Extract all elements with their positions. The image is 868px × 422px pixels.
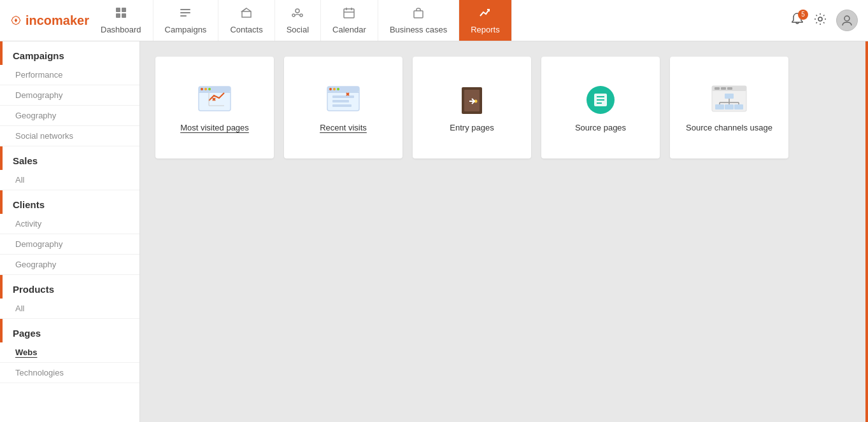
nav-item-reports[interactable]: Reports (459, 0, 512, 41)
entry-pages-icon (452, 83, 492, 116)
svg-rect-29 (327, 92, 359, 93)
sidebar-item-campaigns-performance[interactable]: Performance (0, 65, 139, 85)
report-cards-grid: Most visited pages (155, 57, 853, 158)
svg-point-8 (292, 14, 295, 17)
svg-rect-59 (725, 104, 734, 109)
nav-reports-label: Reports (471, 25, 500, 34)
top-navigation: incomaker Dashboard (0, 0, 868, 41)
svg-rect-5 (180, 12, 190, 13)
nav-contacts-label: Contacts (230, 25, 262, 34)
recent-visits-label: Recent visits (320, 123, 367, 132)
svg-rect-52 (725, 94, 734, 99)
svg-point-15 (818, 17, 822, 21)
nav-business-cases-label: Business cases (390, 25, 447, 34)
user-avatar[interactable] (836, 10, 858, 31)
sidebar-item-pages-webs[interactable]: Webs (0, 342, 139, 363)
svg-point-20 (201, 88, 203, 90)
sidebar-section-campaigns: Campaigns (0, 41, 139, 65)
sidebar-item-pages-technologies[interactable]: Technologies (0, 363, 139, 383)
logo-text: incomaker (25, 13, 89, 28)
logo-area[interactable]: incomaker (0, 11, 89, 30)
nav-item-dashboard[interactable]: Dashboard (89, 0, 153, 41)
contacts-icon (240, 6, 253, 22)
svg-point-32 (337, 88, 339, 90)
recent-visits-icon (323, 83, 364, 116)
svg-point-7 (295, 9, 299, 13)
gear-icon (813, 12, 827, 26)
avatar-icon (841, 14, 853, 27)
report-card-source-channels[interactable]: Source channels usage (670, 57, 788, 158)
svg-rect-35 (332, 104, 352, 107)
svg-rect-19 (199, 92, 231, 93)
svg-rect-0 (116, 8, 120, 12)
svg-point-22 (208, 88, 211, 90)
sidebar-item-clients-demography[interactable]: Demography (0, 234, 139, 255)
svg-rect-6 (180, 15, 187, 17)
nav-dashboard-label: Dashboard (101, 25, 141, 34)
campaigns-icon (179, 6, 192, 22)
svg-rect-60 (734, 104, 743, 109)
orange-accent-bar (865, 41, 868, 422)
sidebar-item-products-all[interactable]: All (0, 299, 139, 319)
nav-calendar-label: Calendar (332, 25, 366, 34)
nav-item-calendar[interactable]: Calendar (321, 0, 378, 41)
content-area: Most visited pages (140, 41, 868, 422)
nav-campaigns-label: Campaigns (165, 25, 207, 34)
sidebar-section-products: Products (0, 275, 139, 299)
nav-social-label: Social (287, 25, 309, 34)
most-visited-label: Most visited pages (180, 123, 249, 132)
notifications-button[interactable]: 5 (790, 12, 804, 29)
svg-rect-14 (414, 11, 423, 18)
nav-right-actions: 5 (790, 10, 868, 31)
svg-rect-49 (715, 87, 720, 90)
sidebar-section-sales: Sales (0, 146, 139, 170)
nav-item-social[interactable]: Social (275, 0, 321, 41)
entry-pages-label: Entry pages (450, 123, 494, 132)
report-card-most-visited[interactable]: Most visited pages (155, 57, 274, 158)
sidebar-item-campaigns-geography[interactable]: Geography (0, 106, 139, 126)
nav-item-contacts[interactable]: Contacts (218, 0, 274, 41)
sidebar-section-pages: Pages (0, 319, 139, 342)
svg-point-31 (333, 88, 336, 90)
business-cases-icon (412, 6, 425, 22)
svg-rect-10 (344, 9, 354, 18)
nav-item-campaigns[interactable]: Campaigns (153, 0, 219, 41)
svg-point-30 (329, 88, 332, 90)
sidebar-item-clients-geography[interactable]: Geography (0, 255, 139, 275)
notification-badge: 5 (798, 10, 808, 20)
sidebar-item-campaigns-demography[interactable]: Demography (0, 85, 139, 106)
report-card-source-pages[interactable]: Source pages (541, 57, 660, 158)
svg-rect-51 (727, 87, 732, 90)
svg-rect-2 (116, 13, 120, 18)
most-visited-icon (194, 83, 235, 116)
svg-point-9 (300, 14, 302, 17)
svg-rect-34 (332, 100, 349, 102)
svg-rect-33 (332, 95, 354, 98)
sidebar: Campaigns Performance Demography Geograp… (0, 41, 140, 422)
svg-point-21 (204, 88, 207, 90)
sidebar-section-clients: Clients (0, 190, 139, 214)
report-card-entry-pages[interactable]: Entry pages (413, 57, 531, 158)
svg-rect-18 (199, 87, 231, 92)
svg-rect-1 (122, 8, 126, 12)
nav-item-business-cases[interactable]: Business cases (378, 0, 459, 41)
svg-rect-28 (327, 87, 359, 92)
source-pages-icon (580, 83, 621, 116)
report-card-recent-visits[interactable]: Recent visits (284, 57, 402, 158)
svg-rect-4 (180, 9, 190, 10)
main-layout: Campaigns Performance Demography Geograp… (0, 41, 868, 422)
source-channels-icon (709, 83, 750, 116)
settings-button[interactable] (813, 12, 827, 29)
svg-rect-58 (715, 104, 724, 109)
dashboard-icon (115, 6, 127, 22)
source-pages-label: Source pages (575, 123, 626, 132)
sidebar-item-clients-activity[interactable]: Activity (0, 214, 139, 234)
sidebar-item-campaigns-social-networks[interactable]: Social networks (0, 126, 139, 146)
nav-items: Dashboard Campaigns Contacts (89, 0, 790, 41)
calendar-icon (343, 6, 355, 22)
social-icon (291, 6, 304, 22)
sidebar-item-sales-all[interactable]: All (0, 170, 139, 190)
svg-rect-3 (122, 13, 126, 18)
source-channels-label: Source channels usage (686, 123, 772, 132)
reports-icon (479, 6, 492, 22)
